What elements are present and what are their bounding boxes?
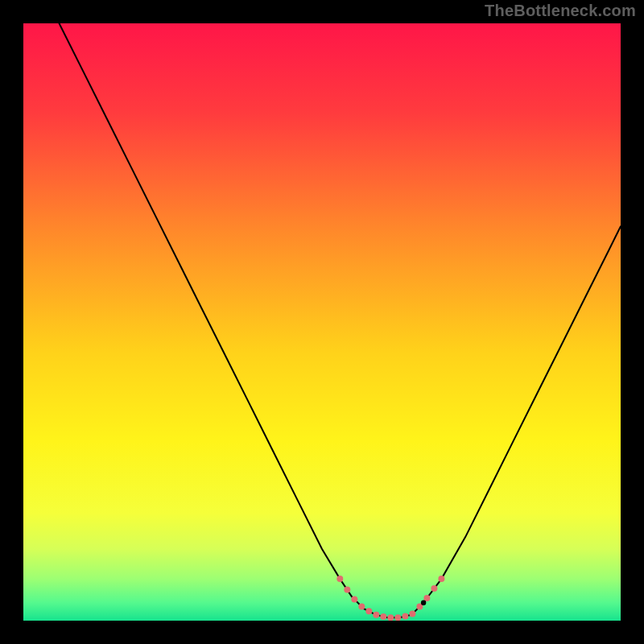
- svg-point-13: [431, 585, 437, 592]
- svg-point-6: [380, 613, 386, 620]
- bottleneck-chart: [23, 23, 621, 621]
- svg-point-5: [373, 612, 379, 618]
- svg-point-8: [394, 614, 401, 621]
- svg-point-1: [344, 587, 350, 593]
- svg-point-14: [438, 576, 444, 582]
- svg-point-0: [336, 576, 343, 582]
- svg-point-3: [358, 604, 365, 610]
- svg-point-2: [351, 597, 357, 603]
- svg-point-9: [402, 613, 408, 620]
- svg-point-10: [409, 611, 415, 617]
- optimal-marker: [421, 601, 426, 605]
- gradient-background: [23, 23, 621, 621]
- svg-point-7: [387, 614, 394, 621]
- watermark-text: TheBottleneck.com: [485, 2, 636, 20]
- svg-point-4: [365, 608, 372, 614]
- chart-frame: TheBottleneck.com: [0, 0, 644, 644]
